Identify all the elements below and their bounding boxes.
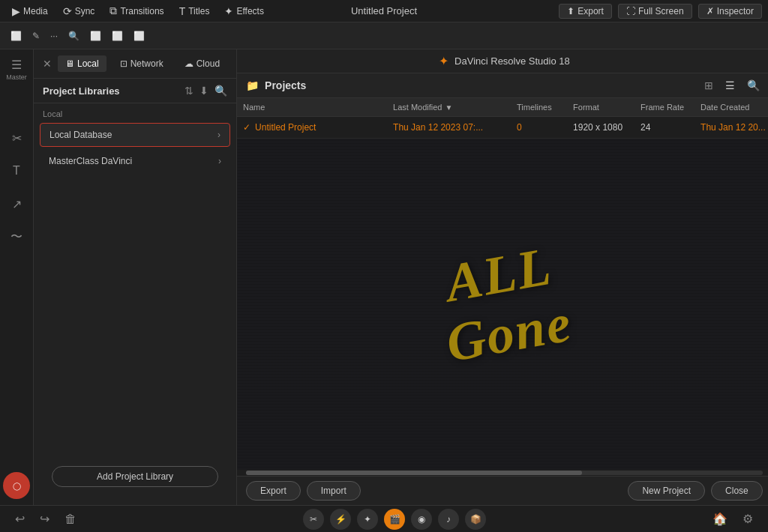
thumbnail-view-button[interactable]: ⊞ bbox=[701, 78, 716, 93]
titles-menu-item[interactable]: T Titles bbox=[173, 4, 216, 19]
horizontal-scrollbar[interactable] bbox=[237, 470, 768, 476]
app-title: Untitled Project bbox=[351, 5, 417, 16]
inspector-icon: ✗ bbox=[706, 6, 714, 16]
curve-icon: ↗ bbox=[12, 197, 22, 211]
search-projects-button[interactable]: 🔍 bbox=[744, 78, 763, 93]
network-tab-icon: ⊡ bbox=[120, 58, 128, 69]
delete-button[interactable]: 🗑 bbox=[62, 511, 80, 528]
preview-text-overlay: ALL Gone bbox=[432, 235, 577, 373]
projects-bar-left: 📁 Projects bbox=[246, 79, 306, 91]
media-label: Media bbox=[23, 6, 48, 16]
active-checkmark-icon: ✓ bbox=[243, 122, 250, 133]
media-menu-item[interactable]: ▶ Media bbox=[6, 4, 54, 19]
scanlines-overlay bbox=[237, 139, 768, 470]
column-datecreated[interactable]: Date Created bbox=[694, 101, 768, 113]
main-content: ✦ DaVinci Resolve Studio 18 📁 Projects ⊞… bbox=[237, 49, 768, 505]
folder-plus-icon[interactable]: 📁 bbox=[246, 79, 259, 91]
sidebar-close-button[interactable]: ✕ bbox=[43, 58, 52, 70]
column-framerate[interactable]: Frame Rate bbox=[634, 101, 694, 113]
column-name[interactable]: Name bbox=[237, 101, 387, 113]
column-timelines[interactable]: Timelines bbox=[511, 101, 567, 113]
sync-menu-item[interactable]: ⟳ Sync bbox=[57, 4, 101, 19]
left-panel-wave-icon[interactable]: 〜 bbox=[0, 223, 33, 250]
left-panel-master[interactable]: ☰ Master bbox=[0, 55, 33, 82]
app-switcher-fairlight[interactable]: ♪ bbox=[438, 509, 459, 530]
toolbar-btn-1[interactable]: ⬜ bbox=[6, 28, 26, 44]
app-switcher-edit[interactable]: ✦ bbox=[357, 509, 378, 530]
project-datecreated-cell: Thu Jan 12 20... bbox=[694, 121, 768, 134]
preview-canvas: ALL Gone bbox=[237, 139, 768, 470]
column-format[interactable]: Format bbox=[567, 101, 634, 113]
scissors-icon: ✂ bbox=[12, 131, 22, 145]
preview-line1: ALL bbox=[432, 235, 566, 315]
home-button[interactable]: 🏠 bbox=[710, 510, 730, 528]
close-button[interactable]: Close bbox=[711, 481, 763, 501]
import-project-button[interactable]: Import bbox=[307, 481, 361, 501]
redo-button[interactable]: ↪ bbox=[37, 510, 52, 528]
sort-desc-icon: ▼ bbox=[446, 103, 453, 112]
sidebar-tab-local[interactable]: 🖥 Local bbox=[58, 55, 106, 72]
sidebar-title-icons: ⇅ ⬇ 🔍 bbox=[184, 85, 227, 97]
download-icon[interactable]: ⬇ bbox=[200, 85, 208, 97]
transitions-menu-item[interactable]: ⧉ Transitions bbox=[104, 3, 170, 19]
search-sidebar-icon[interactable]: 🔍 bbox=[214, 85, 227, 97]
app-switcher-deliver[interactable]: 📦 bbox=[465, 509, 486, 530]
toolbar-btn-3[interactable]: ··· bbox=[46, 28, 62, 44]
toolbar-btn-4[interactable]: 🔍 bbox=[64, 28, 84, 44]
new-project-button[interactable]: New Project bbox=[628, 481, 705, 501]
sidebar-title: Project Libraries bbox=[43, 85, 120, 97]
sidebar-item-local-database[interactable]: Local Database › bbox=[40, 123, 230, 147]
app-switcher-cut[interactable]: ⚡ bbox=[330, 509, 351, 530]
main-layout: ☰ Master ✂ T ↗ 〜 ◯ ✕ 🖥 Local bbox=[0, 49, 768, 505]
sidebar-tab-cloud[interactable]: ☁ Cloud bbox=[177, 55, 227, 72]
bottom-toolbar-left: ↩ ↪ 🗑 bbox=[12, 510, 80, 528]
project-modified-cell: Thu Jan 12 2023 07:... bbox=[387, 121, 511, 134]
app-switcher-color[interactable]: ◉ bbox=[411, 509, 432, 530]
left-panel-curve-icon[interactable]: ↗ bbox=[0, 190, 33, 217]
export-project-button[interactable]: Export bbox=[246, 481, 301, 501]
toolbar-btn-6[interactable]: ⬜ bbox=[107, 28, 128, 44]
toolbar-btn-2[interactable]: ✎ bbox=[28, 28, 44, 44]
effects-icon: ✦ bbox=[224, 5, 233, 17]
sync-label: Sync bbox=[75, 6, 95, 16]
second-toolbar: ⬜ ✎ ··· 🔍 ⬜ ⬜ ⬜ bbox=[0, 22, 768, 49]
davinci-title: DaVinci Resolve Studio 18 bbox=[454, 55, 570, 67]
chevron-right-icon-2: › bbox=[218, 156, 221, 166]
inspector-button[interactable]: ✗ Inspector bbox=[698, 4, 762, 19]
scrollbar-thumb[interactable] bbox=[246, 471, 582, 475]
cloud-tab-icon: ☁ bbox=[184, 58, 194, 69]
undo-button[interactable]: ↩ bbox=[12, 510, 28, 528]
left-panel-text-icon[interactable]: T bbox=[0, 157, 33, 184]
sidebar-title-row: Project Libraries ⇅ ⬇ 🔍 bbox=[34, 79, 236, 103]
sidebar-item-masterclass[interactable]: MasterClass DaVinci › bbox=[40, 150, 230, 172]
fullscreen-button[interactable]: ⛶ Full Screen bbox=[618, 4, 692, 19]
settings-button[interactable]: ⚙ bbox=[740, 510, 756, 528]
add-project-library-button[interactable]: Add Project Library bbox=[52, 466, 218, 487]
export-button[interactable]: ⬆ Export bbox=[559, 4, 612, 19]
record-icon: ◯ bbox=[13, 482, 21, 490]
list-view-button[interactable]: ☰ bbox=[722, 78, 738, 93]
top-menu-right: ⬆ Export ⛶ Full Screen ✗ Inspector bbox=[559, 4, 762, 19]
app-switcher-fusion[interactable]: 🎬 bbox=[384, 509, 405, 530]
cloud-tab-label: Cloud bbox=[196, 58, 220, 69]
sidebar-tab-network[interactable]: ⊡ Network bbox=[112, 55, 171, 72]
masterclass-label: MasterClass DaVinci bbox=[49, 156, 132, 166]
table-row[interactable]: ✓ Untitled Project Thu Jan 12 2023 07:..… bbox=[237, 117, 768, 139]
toolbar-btn-5[interactable]: ⬜ bbox=[86, 28, 106, 44]
davinci-header: ✦ DaVinci Resolve Studio 18 bbox=[237, 49, 768, 73]
toolbar-btn-7[interactable]: ⬜ bbox=[129, 28, 149, 44]
text-icon: T bbox=[13, 164, 20, 178]
bottom-toolbar-right: 🏠 ⚙ bbox=[710, 510, 756, 528]
project-framerate-cell: 24 bbox=[634, 121, 694, 134]
left-panel-cut-icon[interactable]: ✂ bbox=[0, 124, 33, 151]
record-button[interactable]: ◯ bbox=[3, 472, 30, 499]
sort-icon[interactable]: ⇅ bbox=[184, 85, 194, 97]
wave-icon: 〜 bbox=[10, 229, 22, 245]
effects-menu-item[interactable]: ✦ Effects bbox=[218, 4, 269, 19]
transitions-icon: ⧉ bbox=[110, 4, 117, 17]
column-modified[interactable]: Last Modified ▼ bbox=[387, 101, 511, 113]
app-switcher-media[interactable]: ✂ bbox=[303, 509, 324, 530]
project-format-cell: 1920 x 1080 bbox=[567, 121, 634, 134]
bottom-toolbar: ↩ ↪ 🗑 ✂ ⚡ ✦ 🎬 ◉ ♪ 📦 🏠 ⚙ bbox=[0, 505, 768, 532]
sidebar-local-label: Local bbox=[34, 103, 236, 121]
